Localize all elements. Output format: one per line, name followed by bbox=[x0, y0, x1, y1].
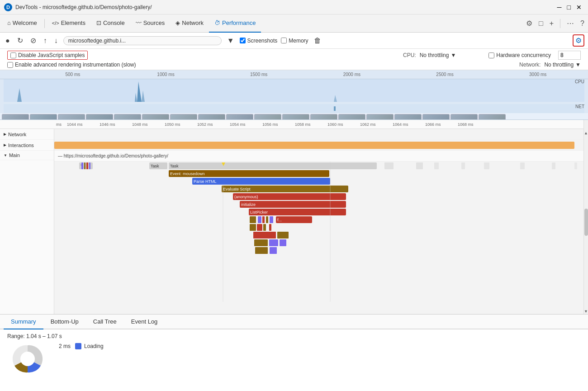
flame-d-2 bbox=[257, 224, 262, 231]
clear-button[interactable]: ⊘ bbox=[28, 35, 38, 46]
svg-text:Task: Task bbox=[170, 164, 179, 168]
tab-console[interactable]: ⊡ Console bbox=[91, 14, 130, 33]
settings-row-1: Disable JavaScript samples CPU: No throt… bbox=[7, 51, 581, 60]
cpu-label-overlay: CPU bbox=[575, 79, 584, 84]
interaction-bar[interactable] bbox=[54, 142, 574, 149]
more-tabs-btn[interactable]: ⋯ bbox=[565, 18, 576, 29]
ruler-1048: 1048 ms bbox=[132, 122, 165, 127]
track-area: ▶ Network ▶ Interactions ▼ Main bbox=[0, 129, 588, 314]
memory-checkbox[interactable] bbox=[281, 38, 287, 43]
flame-small-4 bbox=[89, 162, 90, 169]
tab-bottom-up[interactable]: Bottom-Up bbox=[43, 315, 86, 329]
tab-event-log[interactable]: Event Log bbox=[124, 315, 165, 329]
tab-network[interactable]: ◈ Network bbox=[170, 14, 209, 33]
screenshots-checkbox-label[interactable]: Screenshots bbox=[240, 38, 278, 44]
main-url-text: — https://microsoftedge.github.io/Demos/… bbox=[58, 153, 168, 158]
tab-elements-label: Elements bbox=[61, 19, 85, 26]
url-input[interactable] bbox=[63, 36, 222, 45]
trash-button[interactable]: 🗑 bbox=[312, 36, 323, 46]
minimize-button[interactable]: ─ bbox=[555, 3, 564, 12]
thumbnail-7 bbox=[170, 114, 197, 120]
cpu-throttle-select[interactable]: No throttling ▼ bbox=[420, 52, 456, 58]
flame-chart-svg: T... Task Task Event: mousedown bbox=[54, 162, 583, 314]
tab-call-tree-label: Call Tree bbox=[93, 318, 117, 325]
memory-checkbox-label[interactable]: Memory bbox=[281, 38, 308, 44]
download-button[interactable]: ↓ bbox=[52, 36, 60, 46]
thumbnails-row bbox=[0, 113, 588, 120]
network-icon: ◈ bbox=[175, 19, 180, 26]
flame-task-2[interactable] bbox=[169, 162, 377, 169]
loading-label: Loading bbox=[84, 343, 104, 349]
far-block-1 bbox=[335, 162, 337, 169]
net-label-overlay: NET bbox=[575, 104, 584, 109]
upload-button[interactable]: ↑ bbox=[42, 36, 49, 46]
gear-settings-button[interactable]: ⚙ bbox=[573, 34, 584, 47]
ruler-1046: 1046 ms bbox=[100, 122, 132, 127]
vertical-scrollbar[interactable]: ▲ ▼ bbox=[583, 129, 588, 314]
close-button[interactable]: ✕ bbox=[574, 3, 584, 12]
net-graph: NET bbox=[4, 104, 584, 113]
hardware-concurrency-label[interactable]: Hardware concurrency bbox=[488, 52, 551, 58]
toolbar: ● ↻ ⊘ ↑ ↓ ▼ Screenshots Memory 🗑 ⚙ bbox=[0, 33, 588, 49]
network-track-text: Network bbox=[8, 132, 26, 137]
tab-performance[interactable]: ⏱ Performance bbox=[209, 14, 261, 33]
svg-rect-9 bbox=[334, 106, 336, 111]
interactions-track-row bbox=[54, 140, 583, 151]
main-content: Disable JavaScript samples CPU: No throt… bbox=[0, 49, 588, 391]
screenshots-checkbox[interactable] bbox=[240, 38, 246, 43]
add-tab-btn[interactable]: + bbox=[548, 19, 555, 29]
tab-console-label: Console bbox=[103, 19, 125, 26]
disable-js-samples-text: Disable JavaScript samples bbox=[18, 52, 85, 58]
new-tab-btn[interactable]: □ bbox=[537, 19, 545, 29]
thumbnail-15 bbox=[394, 114, 422, 120]
tab-welcome[interactable]: ⌂ Welcome bbox=[2, 14, 43, 33]
network-throttle-group: Network: No throttling ▼ bbox=[519, 62, 581, 68]
tab-elements[interactable]: </> Elements bbox=[47, 14, 91, 33]
cpu-graph: CPU bbox=[4, 79, 584, 104]
hardware-concurrency-checkbox[interactable] bbox=[488, 52, 494, 58]
scrollbar-track-top bbox=[584, 129, 588, 130]
main-track-label[interactable]: ▼ Main bbox=[0, 151, 54, 160]
help-btn[interactable]: ? bbox=[579, 19, 586, 29]
record-button[interactable]: ● bbox=[4, 36, 12, 46]
svg-text:Evaluate Script: Evaluate Script bbox=[223, 187, 251, 191]
timeline-ruler: 500 ms 1000 ms 1500 ms 2000 ms 2500 ms 3… bbox=[0, 70, 588, 79]
far-task-8 bbox=[574, 162, 577, 169]
scroll-up-btn[interactable]: ▲ bbox=[583, 130, 588, 136]
flame-lb-2 bbox=[258, 216, 261, 223]
network-track-label[interactable]: ▶ Network bbox=[0, 129, 54, 140]
maximize-button[interactable]: □ bbox=[564, 3, 574, 12]
console-icon: ⊡ bbox=[96, 19, 101, 26]
flame-small-3 bbox=[86, 162, 88, 169]
flame-g-1 bbox=[255, 247, 268, 254]
flame-chart-container[interactable]: T... Task Task Event: mousedown bbox=[54, 162, 583, 314]
timeline-overview[interactable]: 500 ms 1000 ms 1500 ms 2000 ms 2500 ms 3… bbox=[0, 70, 588, 120]
svg-text:ListPicker: ListPicker bbox=[250, 210, 268, 215]
network-value: No throttling bbox=[544, 62, 574, 68]
network-track-row bbox=[54, 129, 583, 140]
flame-f-3 bbox=[280, 239, 286, 246]
scrollbar-thumb[interactable] bbox=[584, 209, 588, 236]
donut-chart bbox=[7, 343, 48, 375]
far-task-7 bbox=[552, 162, 555, 169]
disable-js-samples-label[interactable]: Disable JavaScript samples bbox=[7, 51, 88, 60]
hardware-concurrency-input[interactable] bbox=[558, 51, 581, 60]
thumbnail-17 bbox=[450, 114, 478, 120]
rendering-instrumentation-checkbox[interactable] bbox=[7, 62, 13, 68]
settings-tab-btn[interactable]: ⚙ bbox=[524, 18, 534, 29]
rendering-instrumentation-label[interactable]: Enable advanced rendering instrumentatio… bbox=[7, 62, 136, 68]
tab-summary[interactable]: Summary bbox=[4, 315, 43, 329]
scroll-down-btn[interactable]: ▼ bbox=[583, 309, 588, 314]
interactions-track-label[interactable]: ▶ Interactions bbox=[0, 140, 54, 151]
disable-js-samples-checkbox[interactable] bbox=[10, 52, 16, 58]
tab-call-tree[interactable]: Call Tree bbox=[86, 315, 124, 329]
sources-icon: 〰 bbox=[136, 19, 142, 26]
tab-sources[interactable]: 〰 Sources bbox=[130, 14, 171, 33]
main-track-text: Main bbox=[9, 153, 20, 158]
network-throttle-select[interactable]: No throttling ▼ bbox=[544, 62, 581, 68]
flame-g-2 bbox=[270, 247, 277, 254]
hardware-concurrency-text: Hardware concurrency bbox=[496, 52, 551, 58]
flame-lb-3 bbox=[262, 216, 265, 223]
url-dropdown-btn[interactable]: ▼ bbox=[225, 36, 236, 46]
refresh-button[interactable]: ↻ bbox=[15, 35, 25, 46]
